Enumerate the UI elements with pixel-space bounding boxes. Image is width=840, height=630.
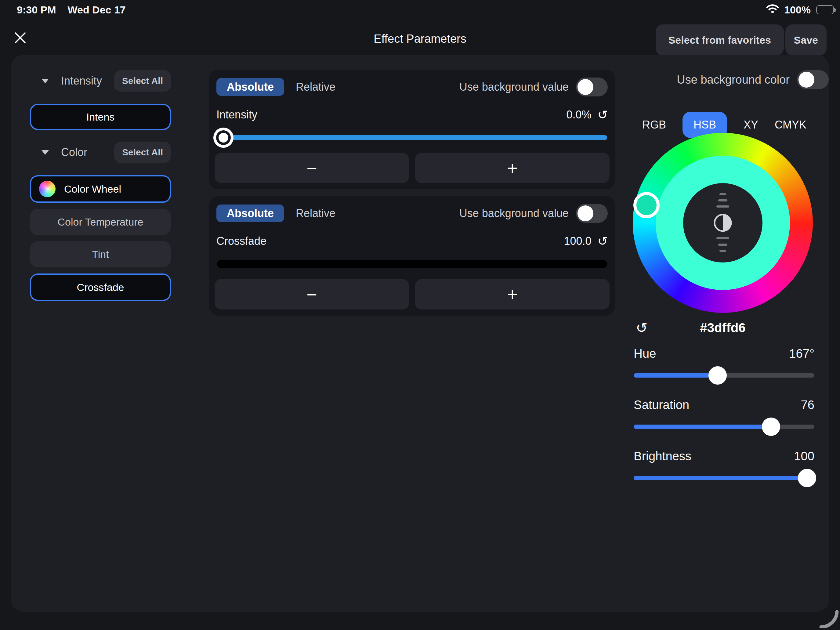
toggle-knob [578,205,594,221]
slider-track[interactable] [634,425,814,429]
brightness-tick [718,199,727,201]
reset-icon[interactable]: ↺ [597,235,608,247]
color-wheel-icon [39,181,55,197]
battery-icon [816,5,834,14]
hue-selector-handle[interactable] [633,192,660,218]
parameter-name: Intensity [216,108,257,121]
select-all-intensity-button[interactable]: Select All [114,70,171,92]
intensity-parameter-card: Absolute Relative Use background value I… [209,69,615,189]
slider-thumb[interactable] [798,469,816,487]
sidebar-item-intens[interactable]: Intens [30,104,171,130]
wheel-footer: ↺ #3dffd6 [633,319,813,336]
select-all-color-button[interactable]: Select All [114,142,171,163]
decrement-button[interactable]: − [215,279,409,309]
hue-label: Hue [634,347,656,360]
group-header-intensity[interactable]: Intensity Select All [30,70,171,92]
sidebar-item-color-wheel[interactable]: Color Wheel [30,175,171,203]
tab-absolute[interactable]: Absolute [216,205,284,222]
saturation-slider-block: Saturation 76 [634,397,814,442]
slider-thumb[interactable] [709,366,727,385]
use-background-value-label: Use background value [459,207,568,220]
slider-track[interactable] [217,260,607,268]
toggle-knob [578,79,594,95]
status-bar: 9:30 PM Wed Dec 17 100% [0,0,840,18]
slider-fill [634,373,718,377]
sidebar-item-crossfade[interactable]: Crossfade [30,273,171,301]
intensity-slider[interactable] [217,128,607,148]
decrement-button[interactable]: − [215,153,409,183]
brightness-tick [720,249,726,252]
brightness-tick [720,193,726,195]
slider-track[interactable] [634,476,814,480]
parameter-value: 0.0% [566,108,591,121]
use-background-value-toggle[interactable] [576,204,608,223]
clock: 9:30 PM [17,4,56,16]
date: Wed Dec 17 [68,4,126,16]
chevron-down-icon [41,150,49,155]
parameter-value: 100.0 [564,235,591,248]
hue-value: 167° [789,347,814,360]
brightness-value: 100 [794,449,814,463]
saturation-slider[interactable] [634,417,814,436]
wifi-icon [766,4,779,16]
hex-color-value: #3dffd6 [633,319,813,336]
hue-slider[interactable] [634,366,814,385]
saturation-label: Saturation [634,398,689,412]
saturation-value: 76 [801,398,815,412]
chevron-down-icon [41,79,49,83]
tab-xy[interactable]: XY [744,118,758,131]
brightness-tick [716,205,729,208]
brightness-slider[interactable] [634,468,814,488]
slider-thumb[interactable] [213,128,234,148]
color-wheel[interactable] [633,133,813,313]
select-from-favorites-button[interactable]: Select from favorites [656,24,784,55]
brightness-tick [718,243,727,246]
battery-percent: 100% [784,4,811,16]
crossfade-slider[interactable] [217,254,607,274]
use-background-value-toggle[interactable] [576,77,608,96]
sidebar-item-color-temperature[interactable]: Color Temperature [30,209,171,235]
slider-thumb[interactable] [762,418,780,436]
increment-button[interactable]: + [415,153,609,183]
brightness-label: Brightness [634,449,692,463]
group-label: Color [61,146,87,159]
parameter-name: Crossfade [216,235,267,248]
crossfade-parameter-card: Absolute Relative Use background value C… [209,196,615,316]
brightness-scrubber[interactable] [713,213,732,232]
brightness-tick [716,237,729,239]
save-button[interactable]: Save [785,24,827,55]
use-background-color-row: Use background color [620,69,829,90]
sidebar-item-label: Color Wheel [64,183,121,195]
increment-button[interactable]: + [415,279,609,309]
header: Effect Parameters Select from favorites … [0,18,840,57]
tab-relative[interactable]: Relative [296,207,335,220]
group-header-color[interactable]: Color Select All [30,142,171,163]
hue-slider-block: Hue 167° [634,346,814,391]
tab-relative[interactable]: Relative [296,81,335,93]
effect-parameters-panel: Intensity Select All Intens Color Select… [11,55,829,612]
corner-resize-handle[interactable] [818,607,839,628]
tab-cmyk[interactable]: CMYK [775,118,807,131]
group-label: Intensity [61,74,102,87]
tab-rgb[interactable]: RGB [642,118,666,131]
reset-icon[interactable]: ↺ [597,109,608,121]
use-background-value-label: Use background value [459,81,568,93]
slider-fill [634,425,771,429]
slider-track[interactable] [217,135,607,140]
use-background-color-toggle[interactable] [797,70,829,89]
tab-absolute[interactable]: Absolute [216,78,284,96]
brightness-slider-block: Brightness 100 [634,448,814,494]
slider-fill [634,476,814,480]
use-background-color-label: Use background color [677,73,789,86]
toggle-knob [799,72,814,88]
sidebar-item-tint[interactable]: Tint [30,241,171,267]
